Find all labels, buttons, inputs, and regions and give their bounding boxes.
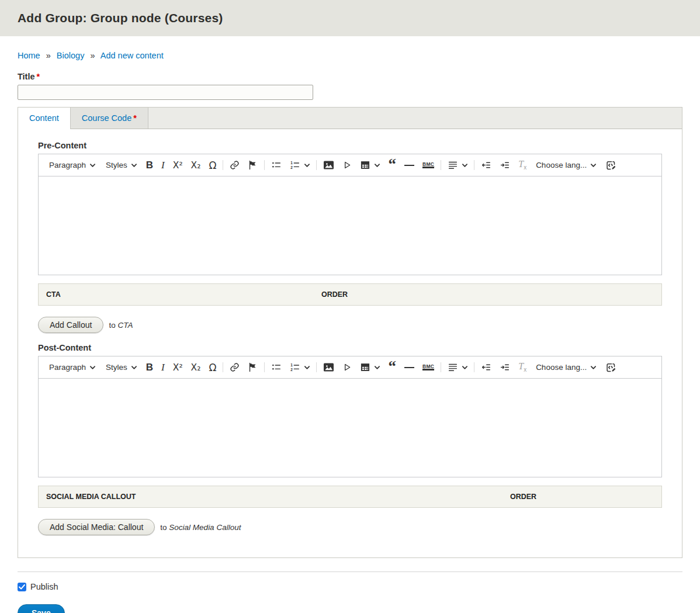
numbered-list-button[interactable]: 12 xyxy=(286,157,314,174)
footer-divider xyxy=(18,572,682,572)
outdent-icon xyxy=(481,160,491,170)
subscript-button[interactable]: X₂ xyxy=(187,157,205,174)
svg-text:1: 1 xyxy=(291,363,293,367)
italic-icon: I xyxy=(161,362,165,373)
remove-format-button[interactable]: Tx xyxy=(514,359,531,376)
link-button[interactable] xyxy=(226,157,244,174)
bmc-button[interactable]: BMC xyxy=(418,157,438,174)
tab-course-code[interactable]: Course Code* xyxy=(71,108,148,129)
image-icon xyxy=(323,362,334,372)
toolbar-separator xyxy=(316,362,317,372)
language-dropdown[interactable]: Choose lang... xyxy=(531,359,601,376)
pre-content-label: Pre-Content xyxy=(38,141,662,150)
outdent-button[interactable] xyxy=(477,157,495,174)
link-button[interactable] xyxy=(226,359,244,376)
tab-bar: Content Course Code* xyxy=(18,108,682,129)
bulleted-list-button[interactable] xyxy=(267,157,286,174)
omega-icon: Ω xyxy=(209,160,216,171)
chevron-down-icon xyxy=(375,164,380,167)
required-asterisk: * xyxy=(37,72,40,81)
chevron-down-icon xyxy=(591,164,596,167)
breadcrumb-link-biology[interactable]: Biology xyxy=(57,51,85,60)
text-alignment-button[interactable] xyxy=(443,157,472,174)
chevron-down-icon xyxy=(131,366,137,369)
paragraph-style-dropdown[interactable]: Paragraph xyxy=(44,359,101,376)
post-content-editor: Paragraph Styles B I X² X₂ Ω 12 “ BMC xyxy=(38,356,662,477)
save-button[interactable]: Save xyxy=(18,604,65,613)
order-column-header: ORDER xyxy=(314,284,355,305)
chevron-down-icon xyxy=(90,164,95,167)
toolbar-separator xyxy=(223,160,223,170)
horizontal-line-button[interactable] xyxy=(400,157,418,174)
cta-table-header: CTA ORDER xyxy=(38,283,662,306)
insert-media-button[interactable] xyxy=(338,359,356,376)
bulleted-list-icon xyxy=(271,160,282,170)
bold-button[interactable]: B xyxy=(142,359,157,376)
source-editing-button[interactable] xyxy=(601,157,621,174)
insert-table-button[interactable] xyxy=(356,359,384,376)
post-content-editing-area[interactable] xyxy=(39,379,661,477)
remove-format-button[interactable]: Tx xyxy=(514,157,531,174)
post-content-label: Post-Content xyxy=(38,343,662,352)
italic-button[interactable]: I xyxy=(157,359,169,376)
numbered-list-button[interactable]: 12 xyxy=(286,359,314,376)
tab-content[interactable]: Content xyxy=(18,108,71,129)
title-field-label: Title* xyxy=(18,72,682,81)
source-editing-button[interactable] xyxy=(601,359,621,376)
superscript-button[interactable]: X² xyxy=(169,359,187,376)
language-dropdown-label: Choose lang... xyxy=(536,363,587,372)
language-dropdown[interactable]: Choose lang... xyxy=(531,157,601,174)
flag-button[interactable] xyxy=(244,157,262,174)
cta-target: CTA xyxy=(117,321,133,330)
chevron-down-icon xyxy=(131,164,137,167)
styles-dropdown[interactable]: Styles xyxy=(101,157,142,174)
publish-row: Publish xyxy=(18,582,682,591)
horizontal-line-button[interactable] xyxy=(400,359,418,376)
source-edit-icon xyxy=(605,160,616,171)
breadcrumb-link-add-new-content[interactable]: Add new content xyxy=(101,51,164,60)
page-title: Add Group: Group node (Courses) xyxy=(18,11,223,25)
flag-icon xyxy=(248,362,258,372)
insert-image-button[interactable] xyxy=(319,157,338,174)
bmc-button[interactable]: BMC xyxy=(418,359,438,376)
title-input[interactable] xyxy=(18,85,313,100)
bold-button[interactable]: B xyxy=(142,157,157,174)
bulleted-list-button[interactable] xyxy=(267,359,286,376)
page-header: Add Group: Group node (Courses) xyxy=(0,0,700,36)
styles-dropdown[interactable]: Styles xyxy=(101,359,142,376)
subscript-button[interactable]: X₂ xyxy=(187,359,205,376)
insert-image-button[interactable] xyxy=(319,359,338,376)
link-icon xyxy=(230,160,240,170)
outdent-icon xyxy=(481,362,491,372)
publish-checkbox[interactable] xyxy=(18,583,26,591)
chevron-down-icon xyxy=(90,366,95,369)
add-social-media-callout-button[interactable]: Add Social Media: Callout xyxy=(38,519,155,535)
add-callout-button[interactable]: Add Callout xyxy=(38,317,103,333)
breadcrumb-separator: » xyxy=(46,51,51,60)
insert-table-button[interactable] xyxy=(356,157,384,174)
paragraph-dropdown-label: Paragraph xyxy=(49,363,86,372)
special-characters-button[interactable]: Ω xyxy=(205,359,220,376)
breadcrumb-link-home[interactable]: Home xyxy=(18,51,40,60)
indent-button[interactable] xyxy=(495,157,514,174)
special-characters-button[interactable]: Ω xyxy=(205,157,220,174)
toolbar-separator xyxy=(264,362,265,372)
block-quote-button[interactable]: “ xyxy=(384,157,400,174)
styles-dropdown-label: Styles xyxy=(106,161,127,169)
table-icon xyxy=(360,362,370,372)
indent-button[interactable] xyxy=(495,359,514,376)
table-icon xyxy=(360,160,370,170)
superscript-icon: X² xyxy=(173,362,183,373)
paragraph-style-dropdown[interactable]: Paragraph xyxy=(44,157,101,174)
text-alignment-button[interactable] xyxy=(443,359,472,376)
italic-button[interactable]: I xyxy=(157,157,169,174)
insert-media-button[interactable] xyxy=(338,157,356,174)
toolbar-separator xyxy=(264,160,265,170)
flag-button[interactable] xyxy=(244,359,262,376)
superscript-button[interactable]: X² xyxy=(169,157,187,174)
outdent-button[interactable] xyxy=(477,359,495,376)
pre-content-editing-area[interactable] xyxy=(39,176,661,275)
flag-icon xyxy=(248,160,258,170)
chevron-down-icon xyxy=(591,366,596,369)
block-quote-button[interactable]: “ xyxy=(384,359,400,376)
